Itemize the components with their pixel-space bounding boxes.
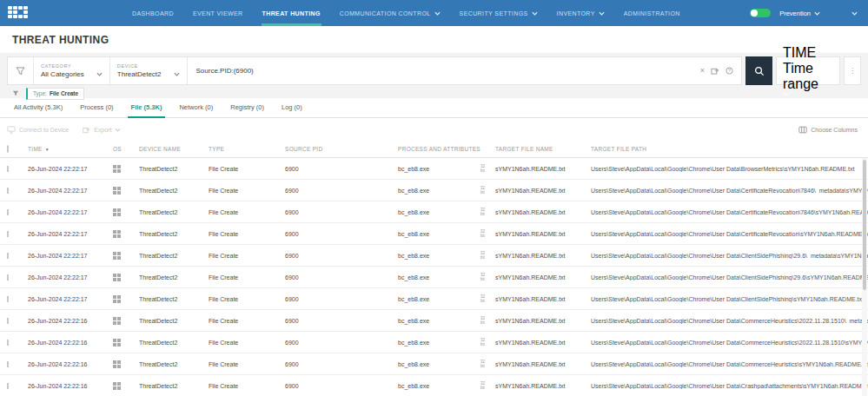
table-row[interactable]: 26-Jun-2024 22:22:17 ThreatDetect2 File … (0, 223, 868, 245)
cell-source-pid: 6900 (285, 296, 398, 302)
row-checkbox[interactable] (7, 188, 9, 194)
tab[interactable]: All Activity (5.3K) (5, 103, 71, 117)
cell-time: 26-Jun-2024 22:22:17 (28, 296, 113, 302)
cell-process: bc_eb8.exe 32bit (398, 251, 495, 260)
prevention-mode-dropdown[interactable]: Prevention (779, 10, 820, 17)
nav-item[interactable]: SECURITY SETTINGS (450, 0, 547, 26)
col-target-file-name[interactable]: TARGET FILE NAME (495, 146, 591, 152)
connect-to-device-button[interactable]: Connect to Device (7, 126, 69, 134)
nav-items: DASHBOARD EVENT VIEWER THREAT HUNTING CO… (123, 0, 690, 26)
row-checkbox[interactable] (7, 296, 9, 302)
scrollbar-thumb[interactable] (863, 160, 866, 290)
table-row[interactable]: 26-Jun-2024 22:22:16 ThreatDetect2 File … (0, 375, 868, 396)
select-all-checkbox[interactable] (7, 145, 9, 153)
sentinel-logo-icon[interactable] (8, 6, 29, 21)
filters-collapse-button[interactable] (12, 90, 19, 96)
cell-device-name: ThreatDetect2 (139, 340, 209, 346)
cell-type: File Create (209, 253, 285, 259)
choose-columns-label: Choose Columns (811, 127, 858, 133)
cell-os (113, 230, 139, 238)
table-row[interactable]: 26-Jun-2024 22:22:17 ThreatDetect2 File … (0, 245, 868, 267)
nav-item[interactable]: DASHBOARD (123, 0, 183, 26)
search-query-input[interactable] (196, 67, 692, 75)
cell-os (113, 165, 139, 173)
table-row[interactable]: 26-Jun-2024 22:22:17 ThreatDetect2 File … (0, 158, 868, 180)
process-name: bc_eb8.exe (398, 166, 429, 172)
table-row[interactable]: 26-Jun-2024 22:22:17 ThreatDetect2 File … (0, 267, 868, 288)
device-value: ThreatDetect2 (117, 70, 162, 78)
time-range-select[interactable]: TIME Time range (776, 56, 840, 85)
cell-time: 26-Jun-2024 22:22:16 (28, 340, 113, 346)
funnel-icon (12, 90, 19, 96)
cell-target-file-name: sYMY1N6ah.README.txt (495, 361, 591, 367)
vertical-scrollbar[interactable] (862, 158, 867, 396)
col-device-name[interactable]: DEVICE NAME (139, 146, 209, 152)
filter-chip-type[interactable]: Type: File Create (26, 88, 84, 100)
row-checkbox[interactable] (7, 361, 9, 367)
chevron-down-icon (599, 11, 605, 16)
cell-device-name: ThreatDetect2 (139, 383, 209, 389)
user-menu-chevron[interactable] (851, 11, 858, 16)
row-checkbox[interactable] (7, 166, 9, 172)
row-checkbox[interactable] (7, 340, 9, 346)
row-checkbox[interactable] (7, 383, 9, 389)
cell-process: bc_eb8.exe 32bit (398, 229, 495, 238)
col-process-attributes[interactable]: PROCESS AND ATTRIBUTES (398, 146, 495, 152)
table-row[interactable]: 26-Jun-2024 22:22:17 ThreatDetect2 File … (0, 201, 868, 223)
table-row[interactable]: 26-Jun-2024 22:22:16 ThreatDetect2 File … (0, 310, 868, 332)
nav-item[interactable]: EVENT VIEWER (183, 0, 253, 26)
filter-funnel-button[interactable] (8, 57, 34, 84)
nav-item[interactable]: THREAT HUNTING (253, 0, 330, 26)
table-row[interactable]: 26-Jun-2024 22:22:17 ThreatDetect2 File … (0, 180, 868, 201)
windows-icon (113, 165, 132, 173)
prevention-toggle[interactable] (750, 9, 771, 17)
row-checkbox[interactable] (7, 274, 9, 280)
kebab-icon: ⋮ (849, 67, 856, 75)
process-name: bc_eb8.exe (398, 318, 429, 324)
table-row[interactable]: 26-Jun-2024 22:22:17 ThreatDetect2 File … (0, 288, 868, 310)
windows-icon (113, 252, 132, 260)
table-row[interactable]: 26-Jun-2024 22:22:16 ThreatDetect2 File … (0, 332, 868, 353)
clear-query-icon[interactable]: × (700, 67, 705, 75)
export-button[interactable]: Export (83, 126, 121, 134)
bitness-badge: 32bit (480, 273, 485, 281)
nav-item[interactable]: ADMINISTRATION (614, 0, 690, 26)
row-checkbox[interactable] (7, 231, 9, 237)
col-target-file-path[interactable]: TARGET FILE PATH (591, 146, 868, 152)
help-icon[interactable]: ? (726, 67, 733, 75)
tab[interactable]: File (5.3K) (123, 103, 171, 117)
save-query-icon[interactable] (711, 67, 719, 75)
col-time[interactable]: TIME ▼ (28, 146, 113, 152)
nav-item[interactable]: COMMUNICATION CONTROL (330, 0, 450, 26)
cell-target-file-name: sYMY1N6ah.README.txt (495, 209, 591, 215)
sort-desc-icon: ▼ (45, 147, 50, 152)
nav-item[interactable]: INVENTORY (547, 0, 614, 26)
row-checkbox[interactable] (7, 209, 9, 215)
cell-target-file-name: sYMY1N6ah.README.txt (495, 274, 591, 280)
row-checkbox[interactable] (7, 318, 9, 324)
chip-value: File Create (50, 90, 78, 96)
result-tabs: All Activity (5.3K) Process (0) File (5.… (0, 98, 868, 118)
choose-columns-button[interactable]: Choose Columns (798, 126, 858, 134)
tab[interactable]: Process (0) (71, 103, 122, 117)
tab[interactable]: Registry (0) (222, 103, 273, 117)
cell-time: 26-Jun-2024 22:22:17 (28, 253, 113, 259)
table-row[interactable]: 26-Jun-2024 22:22:16 ThreatDetect2 File … (0, 353, 868, 375)
device-select[interactable]: DEVICE ThreatDetect2 (110, 57, 188, 84)
cell-time: 26-Jun-2024 22:22:17 (28, 209, 113, 215)
tab[interactable]: Log (0) (273, 103, 311, 117)
col-source-pid[interactable]: SOURCE PID (285, 146, 398, 152)
cell-device-name: ThreatDetect2 (139, 231, 209, 237)
col-os[interactable]: OS (113, 146, 139, 152)
bitness-badge: 32bit (480, 360, 485, 368)
more-options-button[interactable]: ⋮ (844, 56, 861, 85)
cell-time: 26-Jun-2024 22:22:16 (28, 383, 113, 389)
windows-icon (113, 382, 132, 390)
cell-target-file-path: Users\Steve\AppData\Local\Google\Chrome\… (591, 274, 868, 280)
bitness-badge: 32bit (480, 338, 485, 346)
tab[interactable]: Network (0) (170, 103, 222, 117)
col-type[interactable]: TYPE (209, 146, 285, 152)
search-button[interactable] (745, 56, 772, 85)
category-select[interactable]: CATEGORY All Categories (34, 57, 110, 84)
row-checkbox[interactable] (7, 253, 9, 259)
